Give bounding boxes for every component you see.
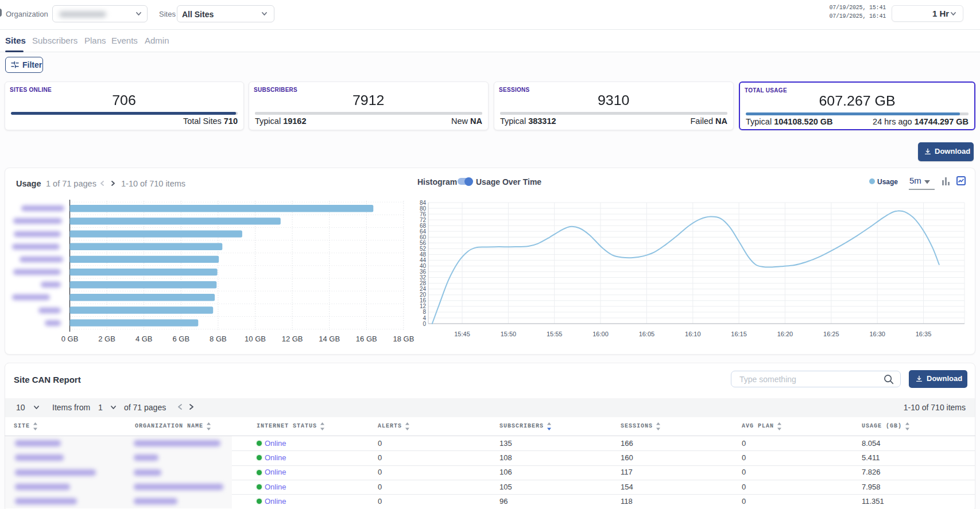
svg-text:0: 0	[423, 321, 426, 327]
svg-text:16:25: 16:25	[823, 331, 839, 337]
svg-text:4 GB: 4 GB	[135, 335, 153, 343]
svg-text:48: 48	[420, 251, 427, 258]
svg-text:20: 20	[420, 292, 427, 298]
svg-text:80: 80	[420, 205, 427, 212]
svg-text:15:45: 15:45	[454, 331, 470, 337]
svg-text:28: 28	[420, 280, 427, 286]
svg-text:16: 16	[420, 297, 427, 304]
svg-text:6 GB: 6 GB	[172, 335, 189, 343]
svg-text:14 GB: 14 GB	[319, 335, 340, 343]
svg-text:36: 36	[420, 269, 427, 275]
svg-text:2 GB: 2 GB	[98, 335, 115, 343]
svg-text:68: 68	[420, 223, 427, 229]
svg-text:56: 56	[420, 240, 427, 246]
svg-text:16:00: 16:00	[592, 331, 609, 337]
svg-text:18 GB: 18 GB	[393, 335, 414, 343]
svg-text:16:30: 16:30	[869, 331, 885, 337]
svg-text:16:10: 16:10	[685, 331, 701, 337]
svg-text:52: 52	[420, 246, 427, 252]
svg-text:16:15: 16:15	[731, 331, 747, 337]
svg-text:4: 4	[423, 315, 426, 321]
svg-text:16:20: 16:20	[777, 331, 793, 337]
svg-text:72: 72	[420, 217, 427, 223]
svg-text:84: 84	[420, 200, 427, 206]
svg-text:40: 40	[420, 263, 427, 269]
svg-text:0 GB: 0 GB	[61, 335, 79, 343]
svg-text:15:55: 15:55	[547, 331, 563, 337]
svg-text:60: 60	[420, 234, 427, 240]
svg-text:64: 64	[420, 228, 427, 235]
svg-text:24: 24	[420, 286, 427, 292]
svg-text:12: 12	[420, 303, 427, 309]
svg-text:10 GB: 10 GB	[245, 335, 266, 343]
svg-text:16:35: 16:35	[916, 331, 932, 337]
svg-text:44: 44	[420, 257, 427, 263]
svg-text:12 GB: 12 GB	[282, 335, 303, 343]
svg-text:8 GB: 8 GB	[210, 335, 227, 343]
svg-text:8: 8	[423, 309, 426, 315]
svg-text:16:05: 16:05	[639, 331, 655, 337]
svg-text:16 GB: 16 GB	[356, 335, 377, 343]
svg-text:15:50: 15:50	[501, 331, 517, 337]
svg-text:76: 76	[420, 211, 427, 217]
svg-text:32: 32	[420, 274, 427, 281]
